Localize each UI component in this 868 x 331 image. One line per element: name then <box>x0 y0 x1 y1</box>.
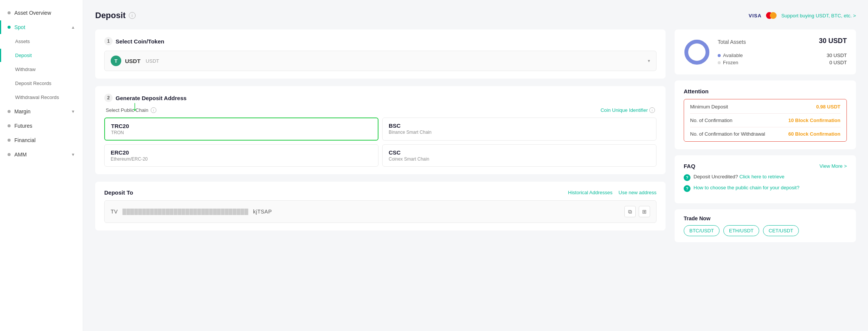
trade-pair-btc[interactable]: BTC/USDT <box>684 225 720 236</box>
faq-link-2[interactable]: How to choose the public chain for your … <box>693 185 799 190</box>
step2-title: Generate Deposit Address <box>116 95 187 101</box>
left-panel: 1 Select Coin/Token T USDT USDT ▾ 2 Gene… <box>95 29 666 242</box>
support-link[interactable]: Support buying USDT, BTC, etc. > <box>781 13 856 19</box>
chain-full-csc: Coinex Smart Chain <box>389 156 650 162</box>
chain-label-row: Select Public Chain i Coin Unique Identi… <box>104 107 656 113</box>
chain-label-left: Select Public Chain i <box>106 107 156 113</box>
info-icon[interactable]: i <box>129 12 136 19</box>
step2-num: 2 <box>104 94 113 102</box>
trade-now-title: Trade Now <box>684 215 847 221</box>
coin-identifier-link[interactable]: Coin Unique Identifier i <box>601 107 655 113</box>
chain-code-bsc: BSC <box>389 122 650 129</box>
withdrawal-confirmation-row: No. of Confirmation for Withdrawal 60 Bl… <box>690 131 840 137</box>
step2-label: 2 Generate Deposit Address <box>104 94 656 102</box>
total-assets-title: Total Assets <box>718 39 746 45</box>
divider1 <box>690 113 840 114</box>
dropdown-arrow-icon: ▾ <box>648 58 650 63</box>
address-end: kjTSAP <box>253 209 272 215</box>
sidebar-item-withdraw[interactable]: Withdraw <box>0 63 83 76</box>
content-area: 1 Select Coin/Token T USDT USDT ▾ 2 Gene… <box>95 29 856 242</box>
main-content: Deposit i VISA Support buying USDT, BTC,… <box>83 0 868 331</box>
copy-button[interactable]: ⧉ <box>624 206 636 217</box>
faq-title: FAQ <box>684 163 695 169</box>
chain-card-erc20[interactable]: ERC20 Ethereum/ERC-20 <box>104 144 378 167</box>
chain-card-trc20[interactable]: TRC20 TRON <box>104 118 378 141</box>
frozen-row: Frozen 0 USDT <box>718 60 847 65</box>
sidebar-item-deposit-records[interactable]: Deposit Records <box>0 77 83 90</box>
deposit-to-links: Historical Addresses Use new address <box>568 190 656 195</box>
frozen-dot <box>718 61 721 64</box>
sidebar-item-futures[interactable]: Futures <box>0 119 83 133</box>
select-chain-label: Select Public Chain <box>106 107 148 113</box>
address-text: TV ████████████████████████████████ kjTS… <box>111 209 624 215</box>
chevron-down-icon2: ▼ <box>71 152 75 157</box>
margin-icon <box>8 110 11 113</box>
step1-title: Select Coin/Token <box>116 38 164 45</box>
min-deposit-label: Minimum Deposit <box>690 104 728 110</box>
faq-icon-1: ? <box>684 174 690 181</box>
sidebar-item-label: Withdrawal Records <box>15 94 59 100</box>
futures-icon <box>8 124 11 127</box>
coin-name: USDT <box>125 58 141 64</box>
visa-logo: VISA <box>749 13 761 19</box>
sidebar-item-label: Margin <box>14 108 31 114</box>
qr-code-button[interactable]: ⊞ <box>639 206 650 217</box>
sidebar-item-label: Deposit <box>15 53 32 58</box>
divider2 <box>690 127 840 127</box>
chain-full-trc20: TRON <box>111 130 372 135</box>
coin-ticker: USDT <box>146 58 159 64</box>
chain-card-csc[interactable]: CSC Coinex Smart Chain <box>382 144 656 167</box>
faq-header: FAQ View More > <box>684 163 847 169</box>
sidebar-item-label: Asset Overview <box>14 10 51 16</box>
sidebar-item-spot[interactable]: Spot ▲ <box>0 20 83 34</box>
sidebar-item-withdrawal-records[interactable]: Withdrawal Records <box>0 91 83 104</box>
sidebar-item-assets[interactable]: Assets <box>0 35 83 48</box>
sidebar-item-label: Financial <box>14 137 36 143</box>
coin-icon: T <box>111 56 121 66</box>
available-dot <box>718 54 721 57</box>
faq-item-1: ? Deposit Uncredited? Click here to retr… <box>684 174 847 181</box>
step1-block: 1 Select Coin/Token T USDT USDT ▾ <box>95 29 666 79</box>
min-deposit-row: Minimum Deposit 0.98 USDT <box>690 104 840 110</box>
sidebar-item-label: Withdraw <box>15 67 36 72</box>
confirmation-label: No. of Confirmation <box>690 118 732 123</box>
asset-overview-icon <box>8 11 11 14</box>
sidebar-item-deposit[interactable]: Deposit <box>0 49 83 62</box>
sidebar-item-label: Spot <box>14 24 25 30</box>
historical-addresses-link[interactable]: Historical Addresses <box>568 190 613 195</box>
address-icons: ⧉ ⊞ <box>624 206 650 217</box>
trade-now-card: Trade Now BTC/USDT ETH/USDT CET/USDT <box>675 209 856 242</box>
sidebar-item-label: Futures <box>14 123 32 129</box>
chevron-up-icon: ▲ <box>71 25 75 29</box>
right-panel: Total Assets 30 USDT Available 30 USDT <box>675 29 856 242</box>
faq-view-more[interactable]: View More > <box>820 163 847 169</box>
page-title-row: Deposit i <box>95 11 136 20</box>
sidebar: Asset Overview Spot ▲ Assets Deposit Wit… <box>0 0 83 331</box>
chain-card-bsc[interactable]: BSC Binance Smart Chain <box>382 118 656 141</box>
chain-full-bsc: Binance Smart Chain <box>389 130 650 135</box>
attention-title: Attention <box>684 88 847 94</box>
sidebar-item-amm[interactable]: AMM ▼ <box>0 148 83 161</box>
trade-pair-cet[interactable]: CET/USDT <box>763 225 799 236</box>
coin-selector[interactable]: T USDT USDT ▾ <box>104 51 656 71</box>
withdrawal-confirmation-label: No. of Confirmation for Withdrawal <box>690 131 765 137</box>
sidebar-item-financial[interactable]: Financial <box>0 133 83 147</box>
faq-link-1[interactable]: Click here to retrieve <box>739 174 784 179</box>
confirmation-value: 10 Block Confirmation <box>788 118 840 123</box>
confirmation-row: No. of Confirmation 10 Block Confirmatio… <box>690 118 840 123</box>
sidebar-item-asset-overview[interactable]: Asset Overview <box>0 6 83 20</box>
chain-info-icon[interactable]: i <box>151 107 156 113</box>
trade-pairs: BTC/USDT ETH/USDT CET/USDT <box>684 225 847 236</box>
sidebar-item-margin[interactable]: Margin ▼ <box>0 105 83 118</box>
frozen-label: Frozen <box>723 60 738 65</box>
frozen-value: 0 USDT <box>829 60 847 65</box>
trade-pair-eth[interactable]: ETH/USDT <box>723 225 759 236</box>
deposit-to-title: Deposit To <box>104 189 133 196</box>
chain-full-erc20: Ethereum/ERC-20 <box>111 156 372 162</box>
svg-point-1 <box>686 42 707 63</box>
deposit-to-header: Deposit To Historical Addresses Use new … <box>104 189 656 196</box>
spot-icon <box>8 26 11 29</box>
identifier-info-icon[interactable]: i <box>649 107 655 113</box>
step2-block: 2 Generate Deposit Address Select Public… <box>95 86 666 174</box>
use-new-address-link[interactable]: Use new address <box>619 190 656 195</box>
